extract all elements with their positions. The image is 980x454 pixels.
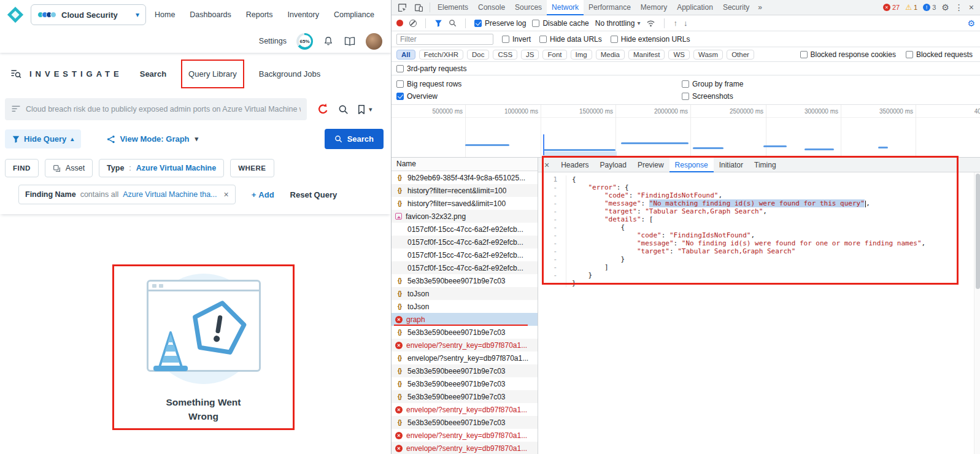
close-detail-icon[interactable]: × bbox=[538, 160, 555, 170]
request-row[interactable]: {}envelope/?sentry_key=db97f870a1... bbox=[392, 352, 538, 364]
request-row[interactable]: {}history?filter=saved&limit=100 bbox=[392, 197, 538, 210]
nav-item-dashboards[interactable]: Dashboards bbox=[190, 10, 231, 19]
request-row[interactable]: {}5e3b3e590beee9071b9e7c03 bbox=[392, 326, 538, 339]
filter-funnel-icon[interactable] bbox=[434, 20, 442, 27]
request-row[interactable]: {}9b29eb69-385f-43f4-9c8a-651025... bbox=[392, 171, 538, 184]
request-row[interactable]: ×envelope/?sentry_key=db97f870a1... bbox=[392, 403, 538, 416]
devtools-tab-elements[interactable]: Elements bbox=[433, 0, 473, 15]
import-har-icon[interactable]: ↑ bbox=[673, 18, 677, 28]
search-icon[interactable] bbox=[449, 19, 457, 27]
request-row[interactable]: {}toJson bbox=[392, 300, 538, 313]
request-row[interactable]: 0157cf0f-15cc-47cc-6a2f-e92efcb... bbox=[392, 223, 538, 236]
record-network-log-icon[interactable] bbox=[396, 20, 403, 26]
nav-item-home[interactable]: Home bbox=[155, 10, 175, 19]
detail-tab-preview[interactable]: Preview bbox=[632, 158, 669, 172]
save-query-group[interactable]: ▾ bbox=[357, 104, 372, 115]
request-row[interactable]: {}5e3b3e590beee9071b9e7c03 bbox=[392, 274, 538, 287]
console-warnings-badge[interactable]: ⚠1 bbox=[905, 4, 917, 11]
console-errors-badge[interactable]: ×27 bbox=[883, 4, 900, 11]
scrollbar-thumb[interactable] bbox=[976, 174, 980, 289]
filter-chip-css[interactable]: CSS bbox=[493, 50, 517, 60]
devtools-tab-console[interactable]: Console bbox=[473, 0, 510, 15]
nav-item-compliance[interactable]: Compliance bbox=[334, 10, 374, 19]
filter-chip-doc[interactable]: Doc bbox=[467, 50, 489, 60]
bell-icon[interactable] bbox=[323, 36, 334, 47]
asset-chip[interactable]: Asset bbox=[45, 159, 93, 177]
third-party-requests-checkbox[interactable]: 3rd-party requests bbox=[396, 64, 466, 73]
search-button[interactable]: Search bbox=[325, 129, 384, 149]
filter-input[interactable] bbox=[396, 34, 493, 45]
scrollbar[interactable] bbox=[974, 172, 980, 454]
search-icon[interactable] bbox=[338, 104, 349, 115]
detail-tab-response[interactable]: Response bbox=[669, 158, 714, 172]
filter-chip-all[interactable]: All bbox=[396, 50, 415, 60]
group-by-frame-checkbox[interactable]: Group by frame bbox=[682, 80, 975, 88]
throttling-dropdown[interactable]: No throttling▾ bbox=[595, 19, 641, 28]
devtools-tab-sources[interactable]: Sources bbox=[510, 0, 547, 15]
type-chip[interactable]: Type : Azure Virtual Machine bbox=[99, 159, 224, 177]
filter-chip-js[interactable]: JS bbox=[521, 50, 539, 60]
request-row[interactable]: {}5e3b3e590beee9071b9e7c03 bbox=[392, 416, 538, 429]
devtools-tab-security[interactable]: Security bbox=[718, 0, 754, 15]
docs-book-icon[interactable] bbox=[344, 36, 356, 47]
preserve-log-checkbox[interactable]: Preserve log bbox=[474, 19, 526, 28]
big-request-rows-checkbox[interactable]: Big request rows bbox=[396, 80, 682, 88]
request-row[interactable]: {}5e3b3e590beee9071b9e7c03 bbox=[392, 390, 538, 403]
network-overview-timeline[interactable]: 500000 ms1000000 ms1500000 ms2000000 ms2… bbox=[392, 105, 980, 158]
export-har-icon[interactable]: ↓ bbox=[684, 18, 688, 28]
issues-badge[interactable]: !3 bbox=[923, 4, 936, 11]
filter-chip-media[interactable]: Media bbox=[596, 50, 625, 60]
request-row[interactable]: {}5e3b3e590beee9071b9e7c03 bbox=[392, 364, 538, 377]
devtools-tab-memory[interactable]: Memory bbox=[636, 0, 672, 15]
filter-chip-img[interactable]: Img bbox=[571, 50, 592, 60]
screenshots-checkbox[interactable]: Screenshots bbox=[682, 92, 975, 101]
devtools-tab-network[interactable]: Network bbox=[547, 0, 584, 15]
nav-item-inventory[interactable]: Inventory bbox=[288, 10, 319, 19]
devtools-tab-performance[interactable]: Performance bbox=[584, 0, 636, 15]
inspect-element-icon[interactable] bbox=[394, 3, 411, 12]
add-filter-button[interactable]: + Add bbox=[252, 190, 274, 199]
devtools-tab-application[interactable]: Application bbox=[672, 0, 718, 15]
kebab-menu-icon[interactable]: ⋮ bbox=[955, 2, 963, 12]
progress-ring[interactable]: 65% bbox=[296, 33, 313, 50]
investigate-tab-search[interactable]: Search bbox=[140, 67, 166, 81]
request-row[interactable]: 0157cf0f-15cc-47cc-6a2f-e92efcb... bbox=[392, 261, 538, 274]
close-devtools-icon[interactable]: × bbox=[969, 2, 974, 12]
request-row[interactable]: {}toJson bbox=[392, 287, 538, 300]
hide-data-urls-checkbox[interactable]: Hide data URLs bbox=[539, 35, 602, 44]
network-settings-gear-icon[interactable]: ⚙ bbox=[967, 18, 975, 28]
nav-item-settings[interactable]: Settings bbox=[259, 37, 287, 45]
filter-chip-other[interactable]: Other bbox=[727, 50, 754, 60]
request-row[interactable]: ×graph bbox=[392, 313, 538, 326]
invert-checkbox[interactable]: Invert bbox=[502, 35, 531, 44]
user-avatar[interactable] bbox=[366, 33, 382, 50]
view-mode-dropdown[interactable]: View Mode: Graph ▾ bbox=[107, 134, 198, 144]
detail-tab-payload[interactable]: Payload bbox=[595, 158, 632, 172]
request-list-header[interactable]: Name bbox=[392, 158, 538, 171]
hide-query-button[interactable]: Hide Query ▴ bbox=[5, 129, 81, 148]
workspace-selector[interactable]: Cloud Security ▾ bbox=[31, 4, 146, 25]
request-row[interactable]: {}5e3b3e590beee9071b9e7c03 bbox=[392, 377, 538, 390]
overview-checkbox[interactable]: Overview bbox=[396, 92, 682, 101]
finding-name-filter-chip[interactable]: Finding Name contains all Azure Virtual … bbox=[18, 185, 236, 204]
filter-chip-manifest[interactable]: Manifest bbox=[628, 50, 665, 60]
request-row[interactable]: ×envelope/?sentry_key=db97f870a1... bbox=[392, 339, 538, 352]
clear-network-log-icon[interactable] bbox=[409, 20, 417, 27]
request-row[interactable]: favicon-32x32.png bbox=[392, 210, 538, 223]
detail-tab-initiator[interactable]: Initiator bbox=[714, 158, 749, 172]
filter-chip-fetch-xhr[interactable]: Fetch/XHR bbox=[419, 50, 463, 60]
filter-chip-ws[interactable]: WS bbox=[668, 50, 690, 60]
nav-item-reports[interactable]: Reports bbox=[246, 10, 273, 19]
hide-extension-urls-checkbox[interactable]: Hide extension URLs bbox=[611, 35, 690, 44]
device-toolbar-icon[interactable] bbox=[411, 3, 427, 12]
request-row[interactable]: {}history?filter=recent&limit=100 bbox=[392, 184, 538, 197]
investigate-tab-query-library[interactable]: Query Library bbox=[188, 67, 237, 81]
detail-tab-timing[interactable]: Timing bbox=[749, 158, 782, 172]
request-row[interactable]: ×envelope/?sentry_key=db97f870a1... bbox=[392, 429, 538, 442]
request-row[interactable]: ×envelope/?sentry_key=db97f870a1... bbox=[392, 442, 538, 454]
blocked-response-cookies-checkbox[interactable]: Blocked response cookies bbox=[800, 50, 896, 59]
gear-icon[interactable]: ⚙ bbox=[941, 2, 949, 12]
filter-chip-font[interactable]: Font bbox=[542, 50, 566, 60]
request-row[interactable]: 0157cf0f-15cc-47cc-6a2f-e92efcb... bbox=[392, 236, 538, 248]
detail-tab-headers[interactable]: Headers bbox=[555, 158, 594, 172]
